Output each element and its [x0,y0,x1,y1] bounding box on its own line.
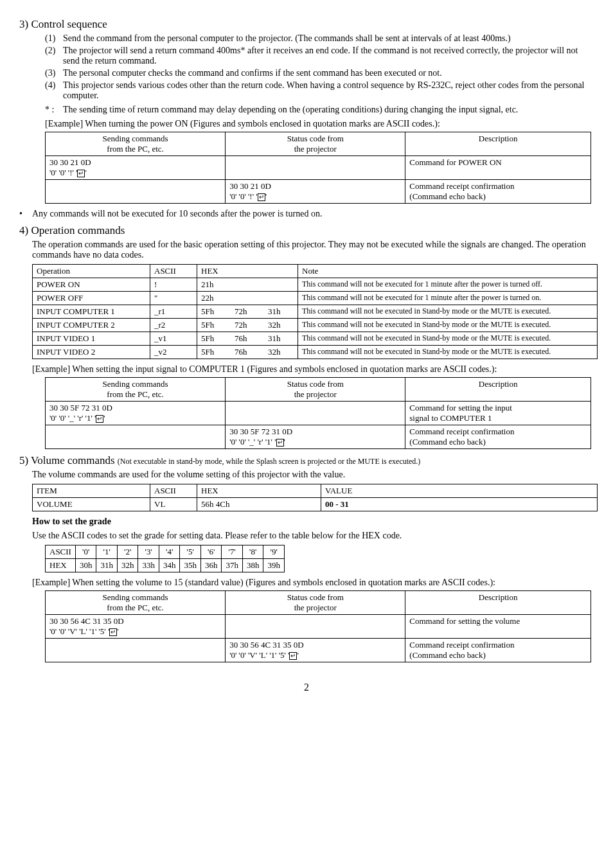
list-text: The projector will send a return command… [63,46,594,66]
cell: INPUT COMPUTER 2 [33,319,150,332]
cell: '0' [75,545,96,559]
section5-heading: 5) Volume commands (Not executable in st… [19,454,594,467]
cell: 76h [231,332,264,346]
list-text: Send the command from the personal compu… [63,33,511,44]
cell: VL [150,498,197,511]
cell [46,639,226,662]
th: Description [405,591,591,615]
th: Sending commandsfrom the PC, etc. [46,591,226,615]
cell [46,180,226,204]
th: HEX [197,265,298,278]
th: Note [298,265,598,278]
th: Status code fromthe projector [226,591,405,615]
cell: This command will not be executed for 1 … [298,292,598,305]
cell: 34h [159,559,180,572]
heading-note: (Not executable in stand-by mode, while … [118,457,421,466]
th: ASCII [150,265,197,278]
cell: 30 30 56 4C 31 35 0D'0' '0' 'V' 'L' '1' … [46,615,226,639]
cell: HEX [46,559,76,572]
cell: INPUT COMPUTER 1 [33,305,150,319]
cell: 76h [231,346,264,359]
star-text: The sending time of return command may d… [63,105,518,115]
cell: 30 30 21 0D'0' '0' '!' '↵' [226,180,405,204]
cell: 32h [117,559,138,572]
list-num: (1) [45,33,63,44]
star-note: * : The sending time of return command m… [45,105,594,115]
cell: 35h [180,559,201,572]
cell: _v1 [150,332,197,346]
cell: This command will not be executed in Sta… [298,319,598,332]
cell: POWER OFF [33,292,150,305]
cell: This command will not be executed in Sta… [298,346,598,359]
th: ITEM [33,484,150,498]
cell: 21h [197,278,298,292]
th: Sending commandsfrom the PC, etc. [46,378,226,402]
cell: Command for setting the inputsignal to C… [405,402,591,425]
list-num: (3) [45,68,63,78]
cell: '3' [138,545,159,559]
cell: This command will not be executed in Sta… [298,332,598,346]
cell [226,615,405,639]
cell: 30h [75,559,96,572]
enter-icon: ↵ [77,170,85,177]
cell: '4' [159,545,180,559]
cell: 22h [197,292,298,305]
cell: 5Fh [197,305,231,319]
cell: VOLUME [33,498,150,511]
cell [226,156,405,180]
cell: 00 - 31 [321,498,598,511]
cell: Command receipt confirmation(Command ech… [405,180,591,204]
th: Operation [33,265,150,278]
operations-table: Operation ASCII HEX Note POWER ON!21hThi… [32,264,598,359]
cell: 5Fh [197,346,231,359]
list-text: This projector sends various codes other… [63,80,594,101]
cell: INPUT VIDEO 1 [33,332,150,346]
cell: 31h [96,559,118,572]
cell: '1' [96,545,118,559]
cell: _v2 [150,346,197,359]
enter-icon: ↵ [258,193,265,201]
section3-table: Sending commandsfrom the PC, etc. Status… [45,132,591,204]
cell: _r1 [150,305,197,319]
cell: Command receipt confirmation(Command ech… [405,425,591,449]
cell: 36h [200,559,222,572]
cell: _r2 [150,319,197,332]
cell: 30 30 5F 72 31 0D'0' '0' '_' 'r' '1' '↵' [46,402,226,425]
cell: 33h [138,559,159,572]
cell: POWER ON [33,278,150,292]
section3-heading: 3) Control sequence [19,18,594,31]
cell: Command receipt confirmation(Command ech… [405,639,591,662]
cell: 30 30 21 0D'0' '0' '!' '↵' [46,156,226,180]
example-label: [Example] When setting the input signal … [32,364,594,375]
grade-body: Use the ASCII codes to set the grade for… [32,531,594,541]
cell: '2' [117,545,138,559]
cell: '7' [222,545,243,559]
th: ASCII [150,484,197,498]
cell: 31h [264,332,298,346]
cell: INPUT VIDEO 2 [33,346,150,359]
page-number: 2 [19,682,594,693]
cell: Command for setting the volume [405,615,591,639]
cell: 32h [264,319,298,332]
cell: 30 30 5F 72 31 0D'0' '0' '_' 'r' '1' '↵' [226,425,405,449]
th: VALUE [321,484,598,498]
enter-icon: ↵ [96,415,103,423]
cell: '8' [242,545,263,559]
cell: This command will not be executed in Sta… [298,305,598,319]
cell: '5' [180,545,201,559]
cell: Command for POWER ON [405,156,591,180]
cell: 37h [222,559,243,572]
cell [226,402,405,425]
bullet-note: • Any commands will not be executed for … [19,209,594,219]
grade-heading: How to set the grade [32,517,594,527]
th: Description [405,378,591,402]
example-label: [Example] When setting the volume to 15 … [32,578,594,588]
section5-body: The volume commands are used for the vol… [32,470,594,480]
list-num: (4) [45,80,63,101]
cell: 56h 4Ch [197,498,321,511]
cell: '6' [200,545,222,559]
section3-list: (1)Send the command from the personal co… [45,33,594,101]
list-text: The personal computer checks the command… [63,68,442,78]
cell: 39h [263,559,285,572]
cell: 32h [264,346,298,359]
